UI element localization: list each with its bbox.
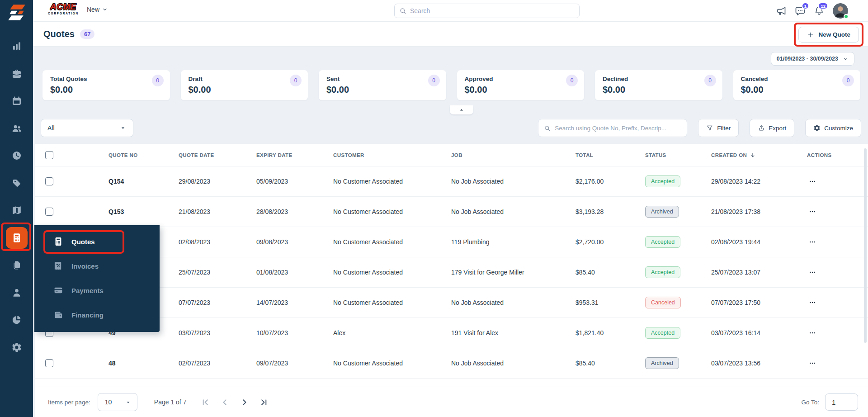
filter-button[interactable]: Filter (698, 119, 739, 137)
sidebar-item-map[interactable] (6, 199, 28, 221)
items-per-page-select[interactable]: 10 (98, 393, 137, 411)
table-row[interactable]: 07/07/2023 14/07/2023 No Customer Associ… (35, 288, 868, 318)
stat-card[interactable]: Canceled $0.00 0 (733, 70, 861, 100)
column-header-total[interactable]: TOTAL (576, 152, 645, 158)
notifications-button[interactable]: 12 (814, 5, 825, 16)
sidebar-item-quotes[interactable] (6, 227, 28, 249)
pagination-bar: Items per page: 10 Page 1 of 7 Go To: (35, 387, 868, 417)
table-row[interactable]: 49 03/07/2023 10/07/2023 Alex 191 Visit … (35, 318, 868, 348)
row-checkbox[interactable] (45, 359, 53, 367)
quote-search-input[interactable] (555, 125, 681, 132)
chevron-down-icon (102, 6, 108, 13)
collapse-up-icon (459, 107, 464, 113)
goto-page-input[interactable] (825, 393, 858, 411)
row-actions-button[interactable] (808, 177, 817, 186)
row-checkbox[interactable] (45, 208, 53, 216)
table-row[interactable]: Q154 29/08/2023 05/09/2023 No Customer A… (35, 166, 868, 197)
quote-no-cell: Q154 (108, 178, 179, 185)
table-row[interactable]: Q153 21/08/2023 28/08/2023 No Customer A… (35, 197, 868, 227)
table-row[interactable]: 25/07/2023 01/08/2023 No Customer Associ… (35, 257, 868, 288)
created-on-cell: 07/07/2023 17:50 (711, 299, 807, 306)
org-name: ACME (45, 2, 81, 11)
row-actions-button[interactable] (808, 207, 817, 216)
sidebar-item-timesheets[interactable] (6, 145, 28, 166)
announcements-icon[interactable] (776, 5, 787, 16)
date-range-filter[interactable]: 01/09/2023 - 30/09/2023 (771, 52, 854, 66)
global-search-input[interactable] (410, 7, 575, 14)
customer-cell: No Customer Associated (333, 238, 451, 246)
previous-page-button[interactable] (220, 398, 230, 407)
sidebar-nav (0, 35, 33, 364)
online-status-dot (844, 14, 849, 19)
stat-card[interactable]: Sent $0.00 0 (319, 70, 446, 100)
column-header-expiry-date[interactable]: EXPIRY DATE (256, 152, 333, 158)
customize-button[interactable]: Customize (805, 119, 861, 137)
row-checkbox[interactable] (45, 177, 53, 185)
annotation-highlight-new-quote: New Quote (794, 23, 863, 47)
quote-search[interactable] (538, 119, 687, 137)
stat-card[interactable]: Draft $0.00 0 (181, 70, 308, 100)
sidebar-item-documents[interactable] (6, 254, 28, 276)
stat-card[interactable]: Declined $0.00 0 (595, 70, 722, 100)
quote-type-select[interactable]: All (41, 119, 133, 137)
row-actions-button[interactable] (808, 237, 817, 246)
created-on-cell: 25/07/2023 13:07 (711, 269, 807, 276)
row-actions-button[interactable] (808, 328, 817, 337)
flyout-item-payments[interactable]: Payments (34, 278, 160, 303)
column-header-job[interactable]: JOB (451, 152, 576, 158)
chat-badge: 1 (802, 2, 809, 9)
job-cell: 119 Plumbing (451, 238, 576, 246)
flyout-item-quotes[interactable]: Quotes (34, 229, 160, 254)
quote-no-cell: 48 (108, 360, 179, 367)
collapse-stats-button[interactable] (450, 105, 473, 114)
customer-cell: No Customer Associated (333, 208, 451, 215)
column-header-quote-no[interactable]: QUOTE NO (108, 152, 179, 158)
sidebar-item-schedule[interactable] (6, 90, 28, 112)
stat-card[interactable]: Approved $0.00 0 (457, 70, 585, 100)
table-row[interactable]: 48 02/07/2023 09/07/2023 No Customer Ass… (35, 348, 868, 379)
notification-badge: 12 (818, 2, 828, 9)
chat-button[interactable]: 1 (795, 5, 806, 16)
flyout-item-invoices[interactable]: Invoices (34, 254, 160, 278)
customer-cell: No Customer Associated (333, 269, 451, 276)
sidebar-item-team[interactable] (6, 118, 28, 139)
chevron-down-icon (843, 56, 849, 62)
table-row[interactable]: 02/08/2023 09/08/2023 No Customer Associ… (35, 227, 868, 257)
select-all-checkbox[interactable] (45, 151, 53, 159)
stat-card[interactable]: Total Quotes $0.00 0 (42, 70, 170, 100)
items-per-page-label: Items per page: (48, 399, 90, 406)
search-icon (544, 125, 551, 132)
topbar-actions: 1 12 (776, 0, 848, 22)
vertical-scrollbar[interactable] (864, 148, 867, 343)
row-actions-button[interactable] (808, 298, 817, 307)
export-button[interactable]: Export (750, 119, 794, 137)
sidebar-item-analytics[interactable] (6, 35, 28, 57)
sidebar-item-jobs[interactable] (6, 63, 28, 85)
expiry-date-cell: 14/07/2023 (256, 299, 333, 306)
flyout-item-financing[interactable]: Financing (34, 303, 160, 327)
column-header-quote-date[interactable]: QUOTE DATE (179, 152, 256, 158)
documents-icon (11, 260, 22, 270)
global-search[interactable] (394, 4, 580, 18)
job-cell: 179 Visit for George Miller (451, 269, 576, 276)
sidebar-item-settings[interactable] (6, 336, 28, 358)
avatar[interactable] (833, 3, 848, 19)
new-quote-button[interactable]: New Quote (798, 27, 859, 43)
column-header-created-on[interactable]: CREATED ON (711, 152, 807, 158)
sidebar-item-customer[interactable] (6, 282, 28, 303)
last-page-button[interactable] (259, 398, 269, 407)
customer-cell: No Customer Associated (333, 299, 451, 306)
stat-count-badge: 0 (566, 75, 578, 86)
column-header-status[interactable]: STATUS (645, 152, 711, 158)
page-header: Quotes 67 New Quote (33, 22, 868, 47)
row-actions-button[interactable] (808, 359, 817, 368)
column-header-customer[interactable]: CUSTOMER (333, 152, 451, 158)
sidebar-item-reports[interactable] (6, 309, 28, 331)
stat-count-badge: 0 (290, 75, 302, 86)
calendar-icon (11, 95, 22, 106)
next-page-button[interactable] (240, 398, 249, 407)
first-page-button[interactable] (201, 398, 210, 407)
sidebar-item-tags[interactable] (6, 172, 28, 194)
new-menu-dropdown[interactable]: New (87, 6, 108, 13)
row-actions-button[interactable] (808, 268, 817, 277)
